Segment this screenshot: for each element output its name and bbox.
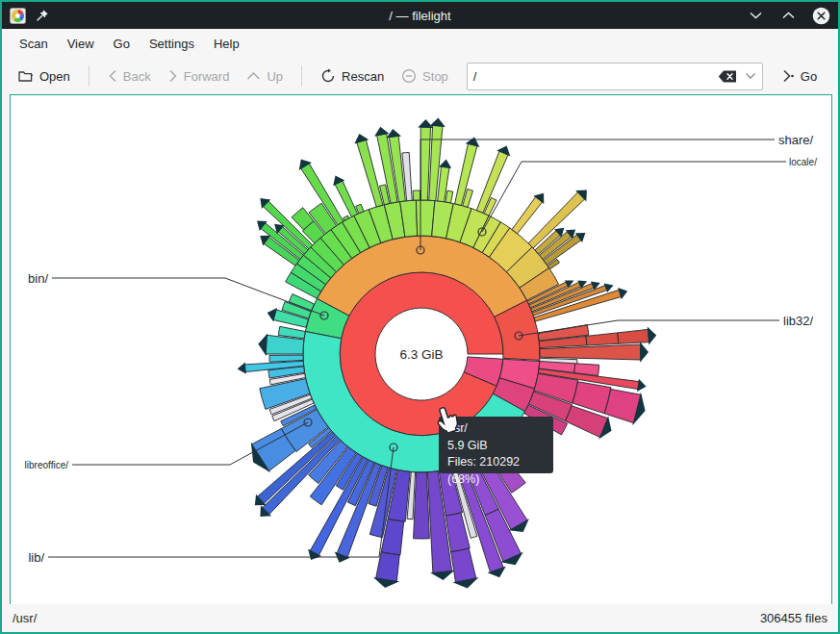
directory-label-libreoffice: libreoffice/ <box>25 460 68 470</box>
minimize-button[interactable] <box>746 6 765 25</box>
cursor-pointer-icon <box>437 405 462 436</box>
map-segment[interactable] <box>451 548 476 582</box>
pin-icon[interactable] <box>36 9 49 22</box>
directory-label-lib32: lib32/ <box>783 314 813 328</box>
map-segment[interactable] <box>335 181 358 217</box>
center-size-label: 6.3 GiB <box>399 347 443 362</box>
map-segment[interactable] <box>445 190 453 203</box>
directory-label-bin: bin/ <box>28 271 48 286</box>
map-segment[interactable] <box>413 190 420 200</box>
filelight-window: / — filelight Scan View Go Settings Help <box>0 0 840 634</box>
directory-label-lib: lib/ <box>28 550 44 565</box>
tooltip-files: Files: 210292 (68%) <box>447 454 553 488</box>
map-segment[interactable] <box>414 472 430 539</box>
callout-line <box>482 162 786 232</box>
radial-map-canvas[interactable]: 6.3 GiB <box>2 2 840 634</box>
map-segment[interactable] <box>618 329 649 343</box>
app-icon <box>10 8 26 24</box>
map-segment[interactable] <box>586 333 619 345</box>
segment-peak-tip <box>640 342 649 362</box>
directory-label-locale: locale/ <box>789 157 817 167</box>
segment-peak-tip <box>430 118 445 127</box>
status-current-path: /usr/ <box>13 611 37 625</box>
status-file-count: 306455 files <box>760 611 827 625</box>
segment-peak-tip <box>418 119 433 128</box>
segment-peak-tip <box>648 327 657 345</box>
statusbar: /usr/ 306455 files <box>2 604 838 632</box>
tooltip-dir-name: usr/ <box>447 420 553 438</box>
close-button[interactable] <box>811 6 830 25</box>
segment-peak-tip <box>439 160 451 169</box>
segment-peak-tip <box>238 363 246 374</box>
segment-peak-tip <box>258 333 267 356</box>
maximize-button[interactable] <box>778 6 798 25</box>
map-segment[interactable] <box>512 197 543 234</box>
directory-label-share: share/ <box>778 133 813 147</box>
segment-peak-tip <box>637 379 647 392</box>
map-segment[interactable] <box>357 139 383 207</box>
tooltip-size: 5.9 GiB <box>447 438 553 455</box>
